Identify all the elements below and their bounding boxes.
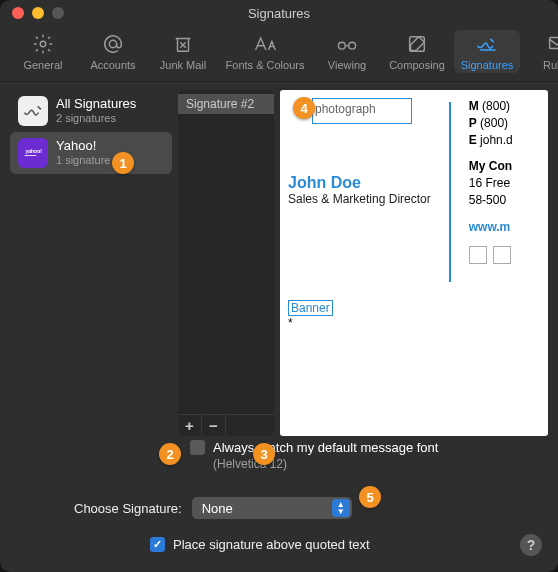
tab-label: Rules bbox=[543, 59, 558, 71]
choose-signature-label: Choose Signature: bbox=[74, 501, 182, 516]
tab-label: Accounts bbox=[90, 59, 135, 71]
svg-point-0 bbox=[40, 41, 46, 47]
help-button[interactable]: ? bbox=[520, 534, 542, 556]
account-all-signatures[interactable]: All Signatures 2 signatures bbox=[10, 90, 172, 132]
account-yahoo[interactable]: yahoo! Yahoo! 1 signature bbox=[10, 132, 172, 174]
tab-label: Fonts & Colours bbox=[226, 59, 305, 71]
place-above-checkbox[interactable]: ✓ bbox=[150, 537, 165, 552]
window-title: Signatures bbox=[0, 6, 558, 21]
preferences-toolbar: General Accounts Junk Mail Fonts & Colou… bbox=[0, 26, 558, 82]
glasses-icon bbox=[335, 32, 359, 56]
trash-icon bbox=[171, 32, 195, 56]
tab-signatures[interactable]: Signatures bbox=[454, 30, 520, 73]
signatures-column: Signature #2 + − bbox=[178, 90, 274, 436]
account-name: All Signatures bbox=[56, 97, 136, 112]
social-placeholder bbox=[493, 246, 511, 264]
tab-fonts-colours[interactable]: Fonts & Colours bbox=[220, 30, 310, 73]
photograph-placeholder[interactable]: photograph bbox=[312, 98, 412, 124]
tab-composing[interactable]: Composing bbox=[384, 30, 450, 73]
tab-junk-mail[interactable]: Junk Mail bbox=[150, 30, 216, 73]
compose-icon bbox=[405, 32, 429, 56]
tab-viewing[interactable]: Viewing bbox=[314, 30, 380, 73]
tab-general[interactable]: General bbox=[10, 30, 76, 73]
separator bbox=[449, 102, 451, 282]
preview-name: John Doe bbox=[288, 174, 431, 192]
titlebar: Signatures bbox=[0, 0, 558, 26]
svg-point-1 bbox=[109, 40, 116, 47]
account-name: Yahoo! bbox=[56, 139, 110, 154]
signature-item[interactable]: Signature #2 bbox=[178, 94, 274, 114]
remove-signature-button[interactable]: − bbox=[202, 415, 226, 436]
footnote-star: * bbox=[288, 316, 293, 330]
signature-list: Signature #2 bbox=[178, 90, 274, 414]
choose-signature-select[interactable]: None ▲▼ bbox=[192, 497, 352, 519]
gear-icon bbox=[31, 32, 55, 56]
account-sub: 1 signature bbox=[56, 154, 110, 167]
tab-accounts[interactable]: Accounts bbox=[80, 30, 146, 73]
tab-label: Viewing bbox=[328, 59, 366, 71]
svg-text:yahoo!: yahoo! bbox=[26, 148, 43, 154]
chevron-up-down-icon: ▲▼ bbox=[332, 499, 350, 517]
signature-preview[interactable]: photograph John Doe Sales & Marketing Di… bbox=[280, 90, 548, 436]
tab-label: Signatures bbox=[461, 59, 514, 71]
match-font-label: Always match my default message font bbox=[213, 440, 438, 455]
accounts-column: All Signatures 2 signatures yahoo! Yahoo… bbox=[10, 90, 172, 436]
account-sub: 2 signatures bbox=[56, 112, 136, 125]
svg-point-2 bbox=[338, 42, 345, 49]
tab-label: Composing bbox=[389, 59, 445, 71]
yahoo-icon: yahoo! bbox=[18, 138, 48, 168]
match-font-checkbox[interactable] bbox=[190, 440, 205, 455]
preview-title: Sales & Marketing Director bbox=[288, 192, 431, 206]
choose-signature-value: None bbox=[202, 501, 233, 516]
rules-icon bbox=[545, 32, 558, 56]
place-above-label: Place signature above quoted text bbox=[173, 537, 370, 552]
match-font-sub: (Helvetica 12) bbox=[213, 457, 548, 471]
signature-icon bbox=[18, 96, 48, 126]
add-signature-button[interactable]: + bbox=[178, 415, 202, 436]
svg-point-3 bbox=[349, 42, 356, 49]
banner-placeholder[interactable]: Banner bbox=[288, 300, 333, 316]
preview-contact: M (800) P (800) E john.d My Con 16 Free … bbox=[469, 98, 513, 282]
at-icon bbox=[101, 32, 125, 56]
font-icon bbox=[253, 32, 277, 56]
social-placeholder bbox=[469, 246, 487, 264]
tab-rules[interactable]: Rules bbox=[524, 30, 558, 73]
tab-label: General bbox=[23, 59, 62, 71]
tab-label: Junk Mail bbox=[160, 59, 206, 71]
signature-icon bbox=[475, 32, 499, 56]
